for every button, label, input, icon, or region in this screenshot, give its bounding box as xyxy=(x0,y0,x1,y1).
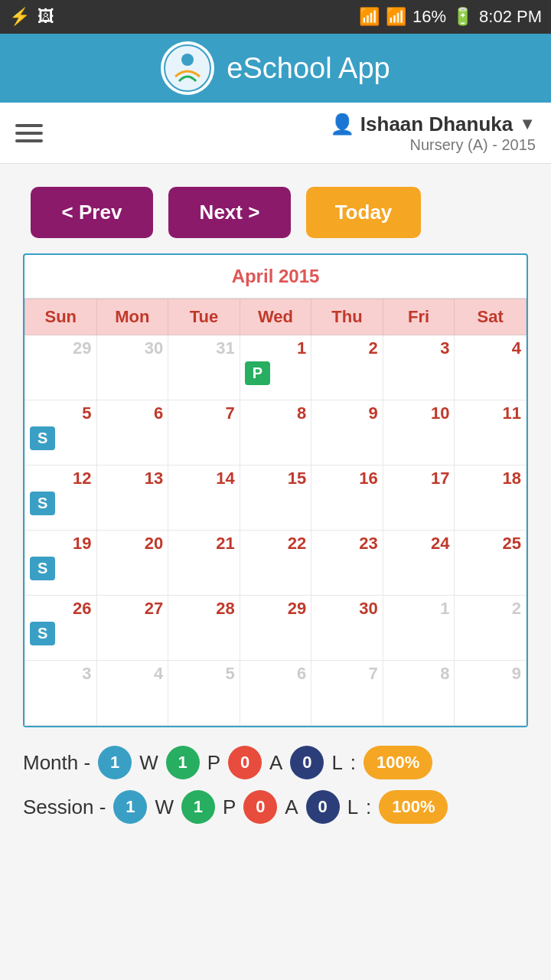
calendar-day-cell[interactable]: 25 xyxy=(455,531,527,596)
session-colon: : xyxy=(366,795,371,819)
day-number: 6 xyxy=(245,664,307,684)
calendar-day-cell[interactable]: 30 xyxy=(96,335,168,400)
calendar-day-cell[interactable]: 21 xyxy=(168,531,240,596)
calendar-day-cell[interactable]: 11 xyxy=(455,400,527,466)
calendar-day-cell[interactable]: 30 xyxy=(311,596,383,661)
session-w-badge: 1 xyxy=(113,790,147,824)
status-left: ⚡ 🖼 xyxy=(9,7,54,27)
nav-bar: 👤 Ishaan Dhanuka ▼ Nursery (A) - 2015 xyxy=(0,103,551,164)
day-number: 17 xyxy=(388,469,450,488)
calendar-week-row: 2930311P234 xyxy=(25,335,527,400)
calendar-day-cell[interactable]: 10 xyxy=(383,400,455,466)
calendar-day-cell[interactable]: 28 xyxy=(168,596,240,661)
day-number: 15 xyxy=(245,469,307,488)
month-l-label: L xyxy=(331,751,342,775)
month-label: Month - xyxy=(23,751,90,775)
session-summary-row: Session - 1 W 1 P 0 A 0 L : 100% xyxy=(23,790,528,824)
calendar-day-cell[interactable]: 7 xyxy=(311,661,383,726)
calendar-day-cell[interactable]: 29 xyxy=(240,596,311,661)
day-number: 14 xyxy=(173,469,235,488)
day-number: 26 xyxy=(30,599,92,619)
day-number: 30 xyxy=(316,599,378,619)
calendar-week-row: 19S202122232425 xyxy=(25,531,527,596)
day-number: 30 xyxy=(102,338,164,358)
calendar-day-cell[interactable]: 2 xyxy=(311,335,383,400)
day-number: 1 xyxy=(245,338,307,358)
signal-icon: 📶 xyxy=(386,7,406,27)
calendar-day-cell[interactable]: 5 xyxy=(168,661,240,726)
day-badge-s: S xyxy=(30,426,55,450)
calendar-day-cell[interactable]: 19S xyxy=(25,531,97,596)
calendar-day-cell[interactable]: 1P xyxy=(240,335,311,400)
calendar-week-row: 12S131415161718 xyxy=(25,466,527,531)
calendar-month-year: April 2015 xyxy=(24,255,527,299)
user-dropdown-icon: ▼ xyxy=(519,114,536,134)
next-button[interactable]: Next > xyxy=(168,187,291,238)
month-l-badge: 0 xyxy=(290,746,324,779)
calendar-day-cell[interactable]: 16 xyxy=(311,466,383,531)
calendar-day-cell[interactable]: 22 xyxy=(240,531,311,596)
time-display: 8:02 PM xyxy=(479,7,542,27)
calendar-day-cell[interactable]: 4 xyxy=(455,335,527,400)
calendar-day-cell[interactable]: 26S xyxy=(25,596,97,661)
day-number: 12 xyxy=(30,469,92,488)
calendar-day-cell[interactable]: 18 xyxy=(455,466,527,531)
month-percent-badge: 100% xyxy=(364,746,432,779)
today-button[interactable]: Today xyxy=(306,187,421,238)
session-a-badge: 0 xyxy=(243,790,277,824)
month-a-label: A xyxy=(269,751,282,775)
calendar-day-cell[interactable]: 6 xyxy=(96,400,168,466)
calendar-day-cell[interactable]: 4 xyxy=(96,661,168,726)
month-a-badge: 0 xyxy=(228,746,262,779)
app-logo xyxy=(161,41,214,95)
app-title: eSchool App xyxy=(227,52,390,85)
col-wed: Wed xyxy=(240,299,311,335)
col-tue: Tue xyxy=(168,299,240,335)
calendar-day-cell[interactable]: 17 xyxy=(383,466,455,531)
calendar-day-cell[interactable]: 9 xyxy=(311,400,383,466)
day-number: 22 xyxy=(245,534,307,554)
calendar-day-cell[interactable]: 24 xyxy=(383,531,455,596)
day-number: 5 xyxy=(30,403,92,423)
calendar-day-cell[interactable]: 23 xyxy=(311,531,383,596)
calendar-day-cell[interactable]: 8 xyxy=(383,661,455,726)
calendar-day-cell[interactable]: 15 xyxy=(240,466,311,531)
col-fri: Fri xyxy=(383,299,455,335)
calendar-container: April 2015 Sun Mon Tue Wed Thu Fri Sat 2… xyxy=(23,253,528,727)
status-bar: ⚡ 🖼 📶 📶 16% 🔋 8:02 PM xyxy=(0,0,551,34)
calendar-day-cell[interactable]: 5S xyxy=(25,400,97,466)
calendar-day-cell[interactable]: 13 xyxy=(96,466,168,531)
prev-button[interactable]: < Prev xyxy=(31,187,153,238)
session-label: Session - xyxy=(23,795,106,819)
user-name-text: Ishaan Dhanuka xyxy=(360,113,513,136)
calendar-day-cell[interactable]: 6 xyxy=(240,661,311,726)
calendar-day-cell[interactable]: 14 xyxy=(168,466,240,531)
calendar-day-cell[interactable]: 3 xyxy=(25,661,97,726)
calendar-day-cell[interactable]: 27 xyxy=(96,596,168,661)
day-number: 29 xyxy=(245,599,307,619)
calendar-day-cell[interactable]: 31 xyxy=(168,335,240,400)
calendar-day-cell[interactable]: 2 xyxy=(455,596,527,661)
calendar-day-cell[interactable]: 8 xyxy=(240,400,311,466)
user-name-row[interactable]: 👤 Ishaan Dhanuka ▼ xyxy=(330,113,536,136)
day-number: 10 xyxy=(388,403,450,423)
day-badge-s: S xyxy=(30,622,55,645)
day-number: 8 xyxy=(388,664,450,684)
calendar-day-cell[interactable]: 9 xyxy=(455,661,527,726)
user-icon: 👤 xyxy=(330,113,354,136)
status-right: 📶 📶 16% 🔋 8:02 PM xyxy=(359,7,542,27)
calendar-day-cell[interactable]: 7 xyxy=(168,400,240,466)
battery-icon: 🔋 xyxy=(452,7,473,27)
day-number: 2 xyxy=(459,599,521,619)
day-number: 4 xyxy=(102,664,164,684)
calendar-day-cell[interactable]: 29 xyxy=(25,335,97,400)
calendar-day-cell[interactable]: 1 xyxy=(383,596,455,661)
menu-button[interactable] xyxy=(15,124,43,142)
session-p-label: P xyxy=(223,795,236,819)
session-l-label: L xyxy=(347,795,358,819)
calendar-day-cell[interactable]: 20 xyxy=(96,531,168,596)
calendar-day-cell[interactable]: 3 xyxy=(383,335,455,400)
day-number: 13 xyxy=(102,469,164,488)
calendar-day-cell[interactable]: 12S xyxy=(25,466,97,531)
month-p-badge: 1 xyxy=(166,746,200,779)
